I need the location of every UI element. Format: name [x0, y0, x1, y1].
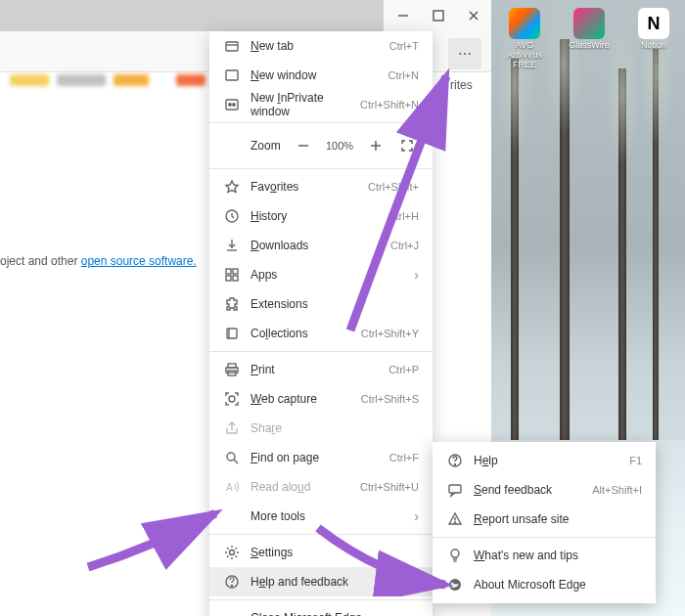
menu-label: Find on page: [251, 451, 389, 464]
menu-label: Extensions: [251, 297, 419, 311]
menu-shortcut: Ctrl+Shift+U: [360, 481, 419, 493]
menu-label: Print: [251, 363, 388, 376]
maximize-icon: [431, 8, 446, 23]
menu-apps[interactable]: Apps ›: [209, 260, 433, 289]
zoom-value: 100%: [323, 140, 356, 152]
menu-label: Close Microsoft Edge: [251, 611, 419, 616]
menu-extensions[interactable]: Extensions: [209, 289, 433, 319]
warning-icon: [446, 510, 464, 528]
menu-close-edge[interactable]: Close Microsoft Edge: [209, 603, 433, 616]
menu-settings[interactable]: Settings: [209, 538, 433, 567]
chevron-right-icon: ›: [414, 267, 419, 283]
svg-rect-7: [226, 100, 238, 110]
svg-rect-19: [226, 276, 231, 281]
menu-label: New window: [251, 68, 388, 82]
svg-rect-6: [226, 70, 238, 80]
expand-icon: [399, 138, 415, 154]
menu-find[interactable]: Find on page Ctrl+F: [209, 443, 433, 472]
menu-label: Send feedback: [474, 483, 592, 497]
svg-point-8: [229, 104, 231, 106]
download-icon: [223, 237, 241, 254]
menu-label: History: [251, 209, 388, 223]
menu-downloads[interactable]: Downloads Ctrl+J: [209, 231, 433, 260]
lightbulb-icon: [446, 547, 464, 564]
search-icon: [223, 449, 241, 466]
desktop-icon-label: Notion: [641, 41, 666, 51]
minus-icon: [296, 138, 311, 154]
menu-shortcut: Ctrl+T: [389, 40, 419, 52]
menu-new-inprivate[interactable]: New InPrivate window Ctrl+Shift+N: [209, 90, 433, 119]
fullscreen-button[interactable]: [395, 134, 419, 157]
zoom-in-button[interactable]: [362, 132, 389, 159]
minimize-button[interactable]: [386, 0, 421, 31]
svg-rect-17: [226, 269, 231, 274]
svg-point-30: [230, 550, 235, 555]
web-capture-icon: [223, 390, 241, 408]
print-icon: [223, 361, 241, 378]
menu-label: Downloads: [251, 239, 390, 252]
menu-shortcut: Alt+Shift+I: [592, 484, 642, 496]
menu-shortcut: Ctrl+Shift+Y: [361, 328, 419, 339]
desktop-icon-notion[interactable]: N Notion: [630, 8, 677, 70]
svg-rect-20: [233, 276, 238, 281]
desktop-icon-avg[interactable]: AVG AntiVirus FREE: [501, 8, 548, 70]
page-text: oject and other: [0, 254, 81, 268]
collections-icon: [223, 325, 241, 342]
svg-text:A: A: [226, 482, 233, 493]
submenu-whats-new[interactable]: What's new and tips: [433, 541, 656, 570]
desktop-icon-label: GlassWire: [569, 41, 610, 51]
submenu-report-unsafe[interactable]: Report unsafe site: [433, 505, 656, 534]
menu-label: Collections: [251, 327, 361, 340]
menu-help-feedback[interactable]: Help and feedback ›: [209, 567, 433, 596]
glasswire-icon: [573, 8, 605, 39]
zoom-label: Zoom: [223, 139, 290, 153]
help-icon: [446, 452, 464, 469]
favorites-hint: rites: [450, 78, 473, 92]
more-menu-button[interactable]: ⋯: [448, 38, 481, 69]
menu-label: Web capture: [251, 392, 361, 406]
plus-icon: [368, 138, 384, 154]
desktop-icon-label: AVG AntiVirus FREE: [501, 41, 548, 70]
menu-new-tab[interactable]: New tab Ctrl+T: [209, 31, 433, 61]
edge-icon: [446, 576, 464, 594]
menu-new-window[interactable]: New window Ctrl+N: [209, 61, 433, 90]
open-source-link[interactable]: open source software.: [81, 254, 197, 268]
chevron-right-icon: ›: [414, 574, 419, 590]
menu-shortcut: Ctrl+Shift+N: [360, 99, 419, 110]
svg-rect-18: [233, 269, 238, 274]
svg-point-27: [227, 453, 235, 461]
menu-collections[interactable]: Collections Ctrl+Shift+Y: [209, 319, 433, 348]
menu-web-capture[interactable]: Web capture Ctrl+Shift+S: [209, 384, 433, 414]
submenu-about-edge[interactable]: About Microsoft Edge: [433, 570, 656, 599]
menu-separator: [209, 599, 433, 600]
menu-separator: [209, 534, 433, 535]
submenu-send-feedback[interactable]: Send feedback Alt+Shift+I: [433, 475, 656, 505]
svg-line-28: [234, 460, 238, 463]
menu-shortcut: Ctrl+F: [389, 452, 419, 463]
feedback-icon: [446, 481, 464, 499]
menu-label: Help: [474, 454, 629, 467]
avg-icon: [509, 8, 540, 39]
close-button[interactable]: [456, 0, 491, 31]
svg-point-34: [454, 463, 455, 464]
menu-history[interactable]: History Ctrl+H: [209, 201, 433, 231]
menu-favorites[interactable]: Favorites Ctrl+Shift+: [209, 172, 433, 201]
submenu-help[interactable]: Help F1: [433, 446, 656, 475]
svg-point-32: [231, 585, 232, 586]
svg-point-26: [229, 396, 235, 402]
inprivate-icon: [223, 96, 241, 113]
menu-separator: [209, 351, 433, 352]
menu-print[interactable]: Print Ctrl+P: [209, 355, 433, 384]
menu-label: More tools: [251, 509, 414, 523]
page-content: oject and other open source software.: [0, 254, 197, 268]
new-window-icon: [223, 66, 241, 84]
zoom-out-button[interactable]: [290, 132, 317, 159]
menu-more-tools[interactable]: More tools ›: [209, 502, 433, 531]
main-menu: New tab Ctrl+T New window Ctrl+N New InP…: [209, 31, 433, 616]
history-icon: [223, 207, 241, 225]
desktop-icon-glasswire[interactable]: GlassWire: [566, 8, 613, 70]
svg-rect-4: [226, 42, 238, 51]
maximize-button[interactable]: [421, 0, 456, 31]
menu-label: About Microsoft Edge: [474, 578, 642, 592]
notion-icon: N: [638, 8, 669, 39]
